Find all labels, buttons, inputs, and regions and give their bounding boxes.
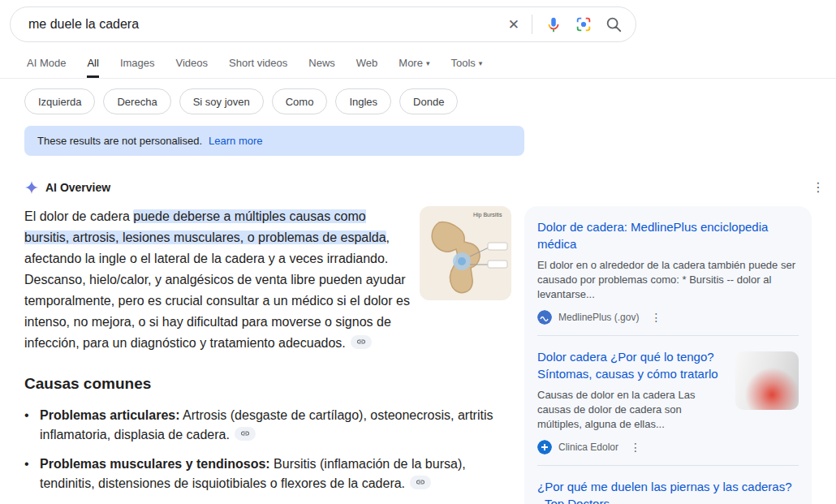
source-snippet: Causas de dolor en la cadera Las causas …	[537, 388, 726, 432]
tab-web[interactable]: Web	[356, 52, 378, 78]
search-bar-row: ✕	[0, 0, 836, 42]
chip-donde[interactable]: Donde	[399, 88, 458, 114]
list-item: • Problemas musculares y tendinosos: Bur…	[24, 454, 511, 493]
ai-overview-label: AI Overview	[45, 181, 110, 194]
refinement-chips: Izquierda Derecha Si soy joven Como Ingl…	[24, 88, 836, 114]
chip-si-soy-joven[interactable]: Si soy joven	[179, 88, 264, 114]
clinica-edolor-favicon-icon	[537, 440, 552, 454]
paragraph-text: El dolor de cadera	[24, 209, 133, 223]
bullet-icon: •	[24, 454, 29, 493]
search-icon[interactable]	[605, 15, 623, 33]
ai-overview-more-menu-icon[interactable]: ⋮	[812, 181, 825, 194]
tab-news[interactable]: News	[308, 52, 335, 78]
source-more-menu-icon[interactable]: ⋮	[650, 312, 661, 323]
source-card: Dolor de cadera: MedlinePlus enciclopedi…	[537, 206, 799, 335]
ai-overview-body: El dolor de cadera puede deberse a múlti…	[24, 206, 511, 504]
hip-image-caption: Hip Bursitis	[473, 212, 502, 218]
source-card: ¿Por qué me duelen las piernas y las cad…	[537, 465, 799, 504]
causes-heading: Causas comunes	[24, 375, 511, 393]
tab-videos[interactable]: Videos	[176, 52, 209, 78]
medlineplus-favicon-icon	[537, 310, 552, 325]
tab-images[interactable]: Images	[120, 52, 155, 78]
tab-tools[interactable]: Tools▾	[450, 52, 482, 78]
tab-all[interactable]: All	[87, 52, 98, 78]
source-card: Dolor cadera ¿Por qué lo tengo? Síntomas…	[537, 335, 799, 465]
learn-more-link[interactable]: Learn more	[209, 135, 262, 147]
google-lens-icon[interactable]	[575, 15, 593, 33]
chip-como[interactable]: Como	[272, 88, 328, 114]
clear-search-icon[interactable]: ✕	[508, 18, 519, 32]
bullet-lead: Problemas musculares y tendinosos:	[40, 457, 270, 471]
bullet-lead: Problemas articulares:	[40, 408, 180, 422]
chip-derecha[interactable]: Derecha	[103, 88, 170, 114]
ai-sparkle-icon	[24, 180, 39, 195]
list-item: • Problemas articulares: Artrosis (desga…	[24, 406, 511, 445]
citation-link-icon[interactable]	[235, 427, 256, 441]
source-thumbnail-image[interactable]	[735, 351, 799, 410]
hip-anatomy-image[interactable]: Hip Bursitis	[420, 206, 511, 300]
source-more-menu-icon[interactable]: ⋮	[630, 442, 641, 453]
citation-link-icon[interactable]	[351, 335, 372, 349]
search-input[interactable]	[27, 16, 508, 32]
ai-overview-paragraph: El dolor de cadera puede deberse a múlti…	[24, 206, 410, 354]
tab-more[interactable]: More▾	[399, 52, 429, 78]
chip-izquierda[interactable]: Izquierda	[24, 88, 95, 114]
chevron-down-icon: ▾	[426, 59, 430, 67]
chip-ingles[interactable]: Ingles	[335, 88, 391, 114]
tab-ai-mode[interactable]: AI Mode	[27, 52, 66, 78]
causes-list: • Problemas articulares: Artrosis (desga…	[24, 406, 511, 504]
search-bar: ✕	[10, 6, 636, 42]
citation-link-icon[interactable]	[410, 476, 431, 489]
source-title-link[interactable]: ¿Por qué me duelen las piernas y las cad…	[537, 478, 799, 504]
source-title-link[interactable]: Dolor cadera ¿Por qué lo tengo? Síntomas…	[537, 348, 726, 382]
bullet-icon: •	[24, 406, 29, 445]
source-domain[interactable]: MedlinePlus (.gov)	[558, 312, 639, 323]
search-bar-icons: ✕	[508, 15, 623, 34]
notice-text: These results are not personalised.	[37, 135, 202, 147]
personalisation-notice: These results are not personalised. Lear…	[24, 126, 524, 156]
ai-overview-header: AI Overview ⋮	[24, 180, 825, 195]
paragraph-text: , afectando la ingle o el lateral de la …	[24, 230, 410, 350]
microphone-icon[interactable]	[545, 15, 562, 33]
ai-overview-sources-panel: Dolor de cadera: MedlinePlus enciclopedi…	[524, 206, 812, 504]
google-search-results-page: ✕	[0, 0, 836, 504]
source-title-link[interactable]: Dolor de cadera: MedlinePlus enciclopedi…	[537, 218, 799, 252]
results-tab-bar: AI Mode All Images Videos Short videos N…	[0, 52, 836, 79]
chevron-down-icon: ▾	[479, 59, 483, 67]
source-domain[interactable]: Clinica Edolor	[558, 442, 618, 453]
main-content: El dolor de cadera puede deberse a múlti…	[24, 206, 812, 504]
tab-short-videos[interactable]: Short videos	[229, 52, 287, 78]
search-bar-divider	[532, 15, 532, 34]
source-snippet: El dolor en o alrededor de la cadera tam…	[537, 258, 799, 302]
